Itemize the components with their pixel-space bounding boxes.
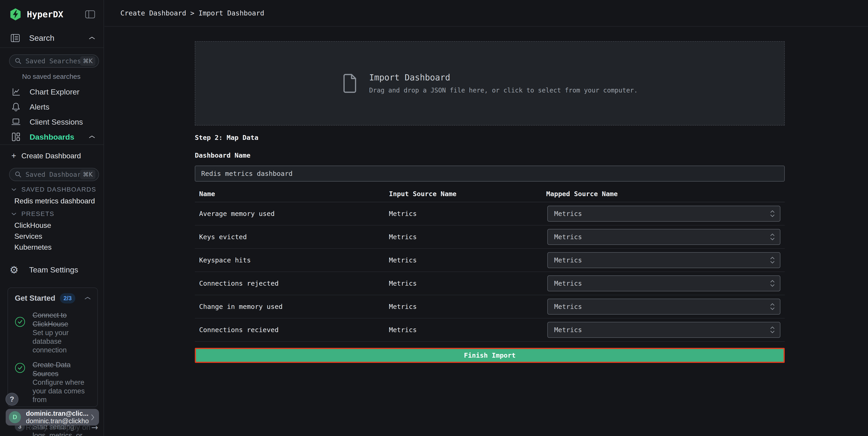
search-icon (14, 57, 22, 65)
selected-value: Metrics (554, 326, 770, 334)
chart-icon (11, 87, 21, 96)
chevron-up-icon[interactable] (84, 296, 91, 300)
preset-item-clickhouse[interactable]: ClickHouse (0, 220, 103, 231)
presets-header[interactable]: PRESETS (0, 210, 103, 218)
metric-name: Change in memory used (195, 303, 389, 311)
file-icon (342, 74, 358, 93)
column-header-name: Name (195, 190, 389, 198)
step-desc: Set up your database connection (33, 328, 91, 354)
select-chevrons-icon (770, 326, 775, 334)
user-email: dominic.tran@clickho... (26, 417, 89, 425)
get-started-step-sources[interactable]: Create Data Sources Configure where your… (15, 360, 91, 404)
mapped-source-select[interactable]: Metrics (547, 299, 780, 315)
dropzone-subtitle: Drag and drop a JSON file here, or click… (369, 87, 638, 94)
sidebar-item-dashboards[interactable]: Dashboards (0, 129, 103, 144)
mapped-source-select[interactable]: Metrics (547, 322, 780, 338)
sidebar-item-alerts[interactable]: Alerts (0, 99, 103, 114)
team-settings-label: Team Settings (29, 265, 78, 274)
sidebar-section-search[interactable]: Search (0, 29, 103, 48)
hyperdx-logo-icon (9, 8, 22, 21)
dashboard-name-input[interactable] (195, 166, 785, 181)
select-chevrons-icon (770, 233, 775, 241)
preset-item-kubernetes[interactable]: Kubernetes (0, 242, 103, 253)
input-source-name: Metrics (389, 303, 546, 311)
dashboard-name-label: Dashboard Name (195, 151, 785, 159)
logo-row: HyperDX (0, 0, 103, 29)
table-row: Change in memory used Metrics Metrics (195, 295, 785, 318)
mapped-source-select[interactable]: Metrics (547, 252, 780, 268)
saved-dashboards-search[interactable]: ⌘K (9, 168, 99, 181)
get-started-step-connect[interactable]: Connect to ClickHouse Set up your databa… (15, 311, 91, 354)
selected-value: Metrics (554, 210, 770, 217)
saved-dashboards-header-label: SAVED DASHBOARDS (21, 186, 96, 193)
laptop-icon (11, 117, 21, 126)
metric-name: Average memory used (195, 210, 389, 217)
breadcrumb: Create Dashboard > Import Dashboard (120, 9, 264, 17)
column-header-input-source: Input Source Name (389, 190, 546, 198)
get-started-title: Get Started (15, 294, 55, 302)
presets-header-label: PRESETS (21, 210, 54, 217)
chevron-up-icon (89, 36, 95, 40)
search-section-label: Search (29, 33, 89, 42)
bell-icon (11, 102, 21, 112)
import-dashboard-content: Import Dashboard Drag and drop a JSON fi… (195, 41, 785, 363)
table-row: Keyspace hits Metrics Metrics (195, 249, 785, 272)
column-header-mapped-source: Mapped Source Name (546, 190, 785, 198)
mapping-table-header: Name Input Source Name Mapped Source Nam… (195, 186, 785, 202)
main-area: Create Dashboard > Import Dashboard Impo… (104, 0, 868, 436)
saved-searches-input[interactable] (26, 57, 80, 65)
no-saved-searches-note: No saved searches (0, 73, 103, 81)
step-2-title: Step 2: Map Data (195, 134, 785, 142)
collapse-sidebar-icon[interactable] (85, 10, 95, 19)
dashboards-icon (11, 132, 21, 142)
input-source-name: Metrics (389, 256, 546, 264)
saved-dashboard-item-redis[interactable]: Redis metrics dashboard (0, 197, 103, 205)
input-source-name: Metrics (389, 326, 546, 334)
json-dropzone[interactable]: Import Dashboard Drag and drop a JSON fi… (195, 41, 785, 125)
input-source-name: Metrics (389, 233, 546, 241)
saved-searches-search[interactable]: ⌘K (9, 54, 99, 68)
nav-label: Client Sessions (30, 118, 95, 126)
nav-label: Alerts (30, 103, 95, 111)
select-chevrons-icon (770, 279, 775, 288)
plus-icon: + (11, 151, 21, 161)
selected-value: Metrics (554, 280, 770, 287)
hyperdx-app: HyperDX Search (0, 0, 868, 436)
sidebar: HyperDX Search (0, 0, 104, 436)
preset-item-services[interactable]: Services (0, 231, 103, 242)
metric-name: Keys evicted (195, 233, 389, 241)
saved-dashboards-header[interactable]: SAVED DASHBOARDS (0, 185, 103, 194)
team-settings-button[interactable]: ⚙ Team Settings (0, 262, 103, 277)
metric-name: Keyspace hits (195, 256, 389, 264)
table-row: Average memory used Metrics Metrics (195, 202, 785, 226)
user-name: dominic.tran@clic... (26, 410, 89, 417)
search-icon (14, 171, 22, 178)
sidebar-item-chart-explorer[interactable]: Chart Explorer (0, 84, 103, 99)
step-desc: Configure where your data comes from (33, 378, 91, 404)
select-chevrons-icon (770, 210, 775, 218)
help-button[interactable]: ? (5, 393, 19, 406)
saved-dashboards-input[interactable] (26, 171, 80, 178)
gear-icon: ⚙ (9, 264, 21, 275)
nav-label: Chart Explorer (30, 87, 95, 96)
chevron-right-icon (90, 414, 95, 421)
journal-icon (10, 33, 20, 43)
create-dashboard-button[interactable]: + Create Dashboard (0, 152, 103, 160)
input-source-name: Metrics (389, 210, 546, 217)
mapped-source-select[interactable]: Metrics (547, 206, 780, 222)
dropzone-title: Import Dashboard (369, 73, 638, 83)
table-row: Connections rejected Metrics Metrics (195, 272, 785, 295)
app-title: HyperDX (27, 9, 85, 19)
step-title: Connect to ClickHouse (33, 311, 91, 328)
check-circle-icon (15, 311, 33, 354)
chevron-down-icon (11, 188, 17, 191)
sidebar-nav: Chart Explorer Alerts Cl (0, 84, 103, 145)
select-chevrons-icon (770, 302, 775, 311)
topbar: Create Dashboard > Import Dashboard (104, 0, 868, 27)
finish-import-button[interactable]: Finish Import (195, 348, 785, 363)
sidebar-item-client-sessions[interactable]: Client Sessions (0, 114, 103, 129)
user-account-chip[interactable]: D dominic.tran@clic... dominic.tran@clic… (6, 409, 99, 426)
chevron-up-icon (89, 135, 95, 139)
mapped-source-select[interactable]: Metrics (547, 275, 780, 291)
mapped-source-select[interactable]: Metrics (547, 229, 780, 245)
